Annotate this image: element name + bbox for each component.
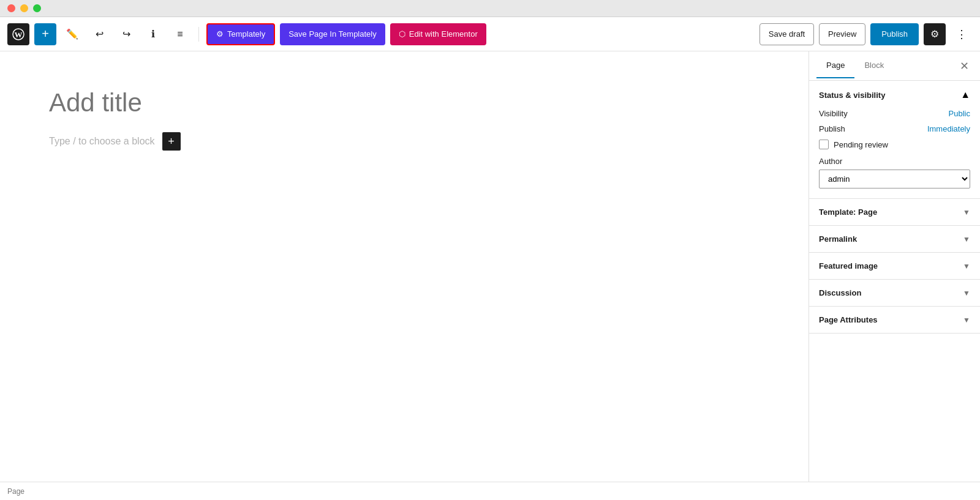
- featured-image-title: Featured image: [819, 261, 878, 271]
- permalink-chevron: ▼: [963, 235, 970, 244]
- mac-maximize-button[interactable]: [33, 4, 41, 12]
- template-header[interactable]: Template: Page ▼: [809, 199, 980, 225]
- preview-label: Preview: [828, 29, 856, 39]
- template-title: Template: Page: [819, 207, 877, 217]
- svg-text:W: W: [15, 30, 23, 39]
- app-container: W + ✏️ ↩ ↪ ℹ ≡ ⚙ Templately Save Page In…: [0, 17, 980, 500]
- visibility-label: Visibility: [819, 109, 848, 118]
- preview-button[interactable]: Preview: [819, 23, 865, 45]
- redo-icon: ↪: [123, 28, 130, 40]
- publish-label: Publish: [881, 29, 908, 39]
- pen-tool-button[interactable]: ✏️: [61, 23, 83, 45]
- mac-titlebar: [0, 0, 980, 17]
- content-area: Type / to choose a block + Page Block: [0, 51, 980, 482]
- sidebar-tabs: Page Block: [816, 53, 956, 78]
- status-visibility-title: Status & visibility: [819, 91, 885, 100]
- editor-footer: Page: [0, 482, 980, 500]
- plus-icon: +: [42, 27, 49, 41]
- discussion-header[interactable]: Discussion ▼: [809, 280, 980, 306]
- discussion-title: Discussion: [819, 288, 861, 297]
- save-templately-label: Save Page In Templately: [288, 29, 377, 39]
- publish-value[interactable]: Immediately: [927, 124, 970, 133]
- publish-button[interactable]: Publish: [870, 23, 919, 45]
- list-icon: ≡: [177, 29, 183, 40]
- block-add-inline-button[interactable]: +: [162, 132, 181, 151]
- edit-elementor-button[interactable]: ⬡ Edit with Elementor: [390, 23, 486, 45]
- elementor-icon: ⬡: [399, 29, 405, 39]
- permalink-title: Permalink: [819, 234, 857, 244]
- wp-logo: W: [7, 23, 29, 45]
- pending-review-checkbox[interactable]: [819, 140, 829, 149]
- undo-icon: ↩: [96, 28, 104, 40]
- elementor-label: Edit with Elementor: [409, 29, 478, 39]
- publish-row: Publish Immediately: [819, 124, 970, 133]
- visibility-row: Visibility Public: [819, 109, 970, 118]
- page-attributes-chevron: ▼: [963, 316, 970, 324]
- pending-review-label: Pending review: [834, 140, 888, 149]
- author-section: Author admin: [819, 157, 970, 188]
- page-attributes-header[interactable]: Page Attributes ▼: [809, 307, 980, 333]
- featured-image-section: Featured image ▼: [809, 253, 980, 280]
- block-placeholder-text: Type / to choose a block: [49, 136, 155, 147]
- close-icon: ✕: [960, 59, 969, 73]
- tab-page[interactable]: Page: [816, 53, 854, 78]
- toolbar: W + ✏️ ↩ ↪ ℹ ≡ ⚙ Templately Save Page In…: [0, 17, 980, 51]
- featured-image-chevron: ▼: [963, 262, 970, 271]
- pending-review-row: Pending review: [819, 140, 970, 149]
- templately-label: Templately: [227, 29, 265, 39]
- save-draft-label: Save draft: [769, 29, 805, 39]
- sidebar-header: Page Block ✕: [809, 51, 980, 81]
- footer-status-label: Page: [7, 487, 24, 496]
- save-draft-button[interactable]: Save draft: [760, 23, 814, 45]
- tab-block[interactable]: Block: [854, 53, 894, 78]
- redo-button[interactable]: ↪: [115, 23, 137, 45]
- author-label: Author: [819, 157, 970, 166]
- info-icon: ℹ: [151, 28, 155, 40]
- add-block-button[interactable]: +: [34, 23, 56, 45]
- status-visibility-content: Visibility Public Publish Immediately Pe…: [809, 109, 980, 198]
- gear-icon: ⚙: [930, 28, 939, 40]
- sidebar: Page Block ✕ Status & visibility ▲: [809, 51, 980, 482]
- discussion-section: Discussion ▼: [809, 280, 980, 307]
- status-visibility-header[interactable]: Status & visibility ▲: [809, 81, 980, 109]
- page-attributes-title: Page Attributes: [819, 315, 878, 324]
- visibility-value[interactable]: Public: [949, 109, 970, 118]
- save-page-templately-button[interactable]: Save Page In Templately: [280, 23, 385, 45]
- toolbar-separator: [198, 27, 199, 42]
- block-area: Type / to choose a block +: [49, 132, 760, 151]
- list-view-button[interactable]: ≡: [169, 23, 191, 45]
- permalink-section: Permalink ▼: [809, 226, 980, 253]
- sidebar-close-button[interactable]: ✕: [956, 58, 973, 75]
- more-icon: ⋮: [956, 28, 967, 41]
- pen-icon: ✏️: [66, 28, 78, 40]
- author-select[interactable]: admin: [819, 170, 970, 188]
- info-button[interactable]: ℹ: [142, 23, 164, 45]
- template-chevron: ▼: [963, 208, 970, 217]
- template-section: Template: Page ▼: [809, 199, 980, 226]
- block-plus-icon: +: [168, 135, 175, 148]
- templately-icon: ⚙: [216, 29, 224, 39]
- title-input[interactable]: [49, 88, 760, 118]
- discussion-chevron: ▼: [963, 289, 970, 297]
- page-attributes-section: Page Attributes ▼: [809, 307, 980, 334]
- settings-button[interactable]: ⚙: [924, 23, 946, 45]
- mac-close-button[interactable]: [7, 4, 15, 12]
- permalink-header[interactable]: Permalink ▼: [809, 226, 980, 252]
- mac-minimize-button[interactable]: [20, 4, 28, 12]
- more-options-button[interactable]: ⋮: [951, 23, 973, 45]
- editor: Type / to choose a block +: [0, 51, 809, 482]
- templately-button[interactable]: ⚙ Templately: [206, 23, 275, 45]
- undo-button[interactable]: ↩: [88, 23, 110, 45]
- featured-image-header[interactable]: Featured image ▼: [809, 253, 980, 279]
- status-visibility-section: Status & visibility ▲ Visibility Public …: [809, 81, 980, 199]
- status-visibility-chevron: ▲: [960, 89, 970, 100]
- publish-label: Publish: [819, 124, 845, 133]
